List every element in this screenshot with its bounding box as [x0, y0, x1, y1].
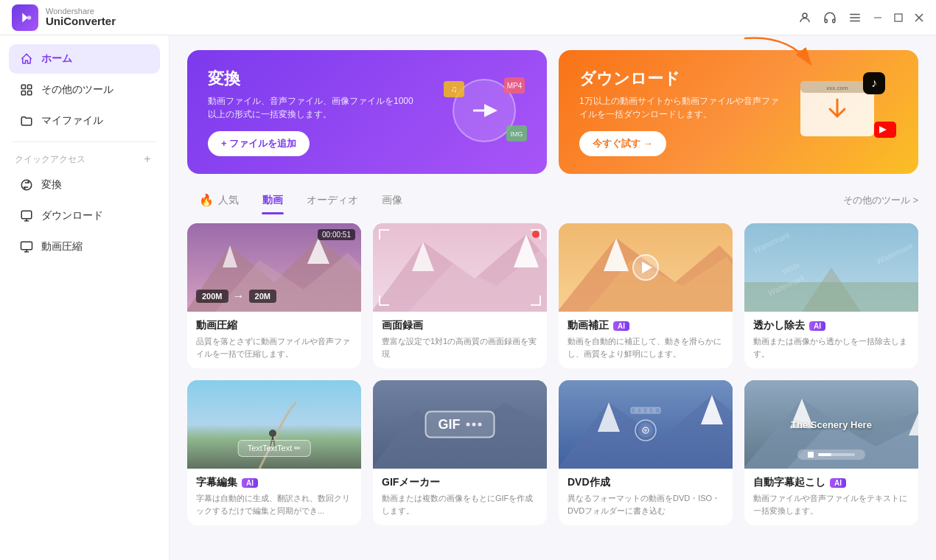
- corner-tl: [379, 229, 389, 239]
- time-badge: 00:00:51: [318, 229, 355, 240]
- speech-ai-badge: AI: [830, 478, 846, 488]
- tab-image-label: 画像: [382, 194, 402, 207]
- sidebar-nav: ホーム その他のツール マイファイル: [0, 44, 169, 136]
- corner-bl: [379, 295, 389, 306]
- gif-text: GIF: [439, 417, 461, 433]
- tool-card-screen-record[interactable]: 画面録画 豊富な設定で1対1の高画質の画面録画を実現: [373, 223, 547, 368]
- titlebar: Wondershare UniConverter: [0, 0, 936, 35]
- repair-name: 動画補正 AI: [567, 319, 724, 332]
- watermark-ai-badge: AI: [809, 321, 825, 331]
- subtitle-edit-name: 字幕編集 AI: [196, 476, 352, 489]
- record-desc: 豊富な設定で1対1の高画質の画面録画を実現: [382, 335, 538, 360]
- sidebar-item-other-tools[interactable]: その他のツール: [9, 75, 160, 105]
- dvd-info: DVD作成 異なるフォーマットの動画をDVD・ISO・DVDフォルダーに書き込む: [559, 469, 733, 525]
- convert-banner[interactable]: 変換 動画ファイル、音声ファイル、画像ファイルを1000以上の形式に一括変換しま…: [187, 50, 547, 174]
- headset-icon[interactable]: [823, 10, 837, 25]
- svg-rect-62: [646, 408, 650, 413]
- scenery-text: The Scenery Here: [791, 419, 872, 430]
- tool-card-subtitle-edit[interactable]: TextTextText ✏ 字幕編集 AI 字幕は自動的に生成、翻訳され、数回…: [187, 380, 361, 525]
- svg-rect-9: [895, 14, 902, 21]
- speech-progress-bar: [797, 449, 865, 460]
- watermark-name: 透かし除去 AI: [753, 319, 909, 332]
- download-banner-desc: 1万以上の動画サイトから動画ファイルや音声ファイルを一括ダウンロードします。: [579, 94, 786, 121]
- quick-access-add-button[interactable]: +: [141, 153, 154, 166]
- convert-banner-desc: 動画ファイル、音声ファイル、画像ファイルを1000以上の形式に一括変換します。: [208, 94, 414, 121]
- convert-icon: [19, 178, 34, 192]
- watermark-desc: 動画または画像から透かしを一括除去します。: [753, 335, 909, 360]
- sidebar-item-other-tools-label: その他のツール: [41, 83, 113, 97]
- content-area: 変換 動画ファイル、音声ファイル、画像ファイルを1000以上の形式に一括変換しま…: [170, 35, 936, 560]
- gif-name: GIFメーカー: [382, 476, 538, 489]
- compress-desc: 品質を落とさずに動画ファイルや音声ファイルを一括で圧縮します。: [196, 335, 352, 360]
- gif-ellipsis-icon: [467, 423, 482, 427]
- speech-name: 自動字幕起こし AI: [753, 476, 909, 489]
- sidebar-item-compress[interactable]: 動画圧縮: [9, 232, 160, 262]
- user-icon[interactable]: [797, 10, 812, 25]
- tool-card-repair[interactable]: 動画補正 AI 動画を自動的に補正して、動きを滑らかにし、画質をより鮮明にします…: [559, 223, 733, 368]
- download-banner[interactable]: ダウンロード 1万以上の動画サイトから動画ファイルや音声ファイルを一括ダウンロー…: [559, 50, 918, 174]
- repair-ai-badge: AI: [613, 321, 629, 331]
- minimize-button[interactable]: [873, 13, 883, 23]
- record-thumbnail: [373, 223, 547, 312]
- try-now-button[interactable]: 今すぐ試す →: [579, 131, 666, 156]
- tool-card-dvd[interactable]: DVD作成 異なるフォーマットの動画をDVD・ISO・DVDフォルダーに書き込む: [559, 380, 733, 525]
- sidebar-divider: [12, 141, 157, 142]
- svg-rect-61: [640, 408, 644, 413]
- svg-text:♪: ♪: [871, 77, 877, 89]
- sidebar-item-compress-label: 動画圧縮: [41, 240, 83, 253]
- progress-fill: [818, 453, 831, 456]
- sidebar-item-download[interactable]: ダウンロード: [9, 201, 160, 231]
- tool-card-gif[interactable]: GIF GIFメーカー 動画または複数の画像をもとにGIFを作成します。: [373, 380, 547, 525]
- tool-grid: 00:00:51 200M → 20M 動画圧縮 品質を落とさずに動画ファイルや…: [187, 223, 918, 525]
- sidebar: ホーム その他のツール マイファイル ク: [0, 35, 170, 560]
- play-button[interactable]: [632, 254, 659, 281]
- subtitle-thumbnail: TextTextText ✏: [187, 380, 361, 469]
- main-layout: ホーム その他のツール マイファイル ク: [0, 35, 936, 560]
- compress-thumbnail: 00:00:51 200M → 20M: [187, 223, 361, 312]
- tab-video-label: 動画: [262, 194, 283, 207]
- svg-text:IMG: IMG: [511, 130, 523, 138]
- svg-text:xxx.com: xxx.com: [826, 85, 848, 91]
- compress-icon: [19, 239, 34, 254]
- tool-card-watermark[interactable]: Watermark Watermark Watermark Wate 透かし除去…: [744, 223, 918, 368]
- sidebar-item-convert[interactable]: 変換: [9, 170, 160, 200]
- record-name: 画面録画: [382, 319, 538, 332]
- svg-rect-3: [825, 19, 827, 23]
- titlebar-left: Wondershare UniConverter: [12, 4, 116, 31]
- subtitle-edit-info: 字幕編集 AI 字幕は自動的に生成、翻訳され、数回クリックするだけで編集と同期が…: [187, 469, 361, 525]
- record-corners: [379, 229, 541, 306]
- speech-info: 自動字幕起こし AI 動画ファイルや音声ファイルをテキストに一括変換します。: [744, 469, 918, 525]
- dvd-desc: 異なるフォーマットの動画をDVD・ISO・DVDフォルダーに書き込む: [567, 492, 724, 517]
- close-button[interactable]: [914, 13, 924, 23]
- maximize-button[interactable]: [893, 13, 904, 23]
- compress-info: 動画圧縮 品質を落とさずに動画ファイルや音声ファイルを一括で圧縮します。: [187, 312, 361, 368]
- add-file-button[interactable]: + ファイルを追加: [208, 131, 310, 156]
- tab-video[interactable]: 動画: [251, 189, 295, 211]
- sidebar-item-home-label: ホーム: [41, 52, 72, 66]
- tab-image[interactable]: 画像: [370, 189, 414, 211]
- sidebar-item-home[interactable]: ホーム: [9, 44, 160, 74]
- menu-icon[interactable]: [848, 10, 862, 25]
- quick-access-nav: 変換 ダウンロード 動画圧縮: [0, 170, 169, 262]
- progress-track: [818, 453, 855, 456]
- tool-card-speech[interactable]: The Scenery Here 自動字幕起こし AI: [744, 380, 918, 525]
- app-name: Wondershare UniConverter: [46, 7, 116, 28]
- tab-popular-label: 人気: [218, 194, 239, 207]
- svg-rect-12: [21, 85, 25, 88]
- subtitle-edit-ai-badge: AI: [242, 478, 258, 488]
- tab-audio[interactable]: オーディオ: [295, 189, 370, 211]
- quick-access-label: クイックアクセス: [15, 153, 85, 166]
- tool-card-compress[interactable]: 00:00:51 200M → 20M 動画圧縮 品質を落とさずに動画ファイルや…: [187, 223, 361, 368]
- fire-icon: 🔥: [199, 193, 214, 207]
- svg-text:♫: ♫: [451, 84, 458, 94]
- svg-rect-18: [21, 242, 32, 250]
- svg-rect-13: [28, 85, 32, 88]
- tab-popular[interactable]: 🔥 人気: [187, 189, 251, 211]
- download-icon: [19, 209, 34, 223]
- quick-access-header: クイックアクセス +: [0, 148, 169, 170]
- sidebar-item-my-files[interactable]: マイファイル: [9, 106, 160, 136]
- svg-rect-8: [874, 17, 881, 18]
- more-tools-link[interactable]: その他のツール >: [843, 194, 918, 207]
- app-logo: [12, 4, 38, 31]
- gif-desc: 動画または複数の画像をもとにGIFを作成します。: [382, 492, 538, 517]
